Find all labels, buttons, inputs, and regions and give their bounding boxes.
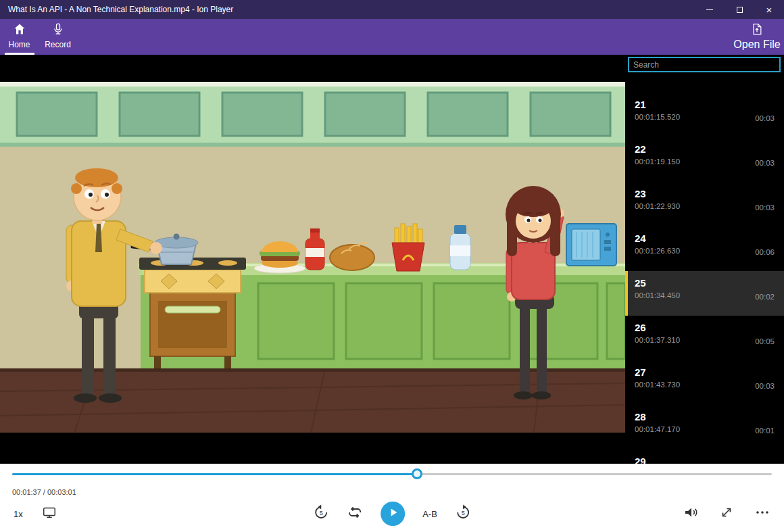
list-item[interactable]: 22 00:01:19.150 00:03 <box>625 137 784 182</box>
more-icon <box>754 504 770 523</box>
window-title: What Is An API - A Non Technical Explana… <box>0 5 695 14</box>
chapter-number: 26 <box>635 322 775 333</box>
chapter-list: 21 00:01:15.520 00:03 22 00:01:19.150 00… <box>625 93 784 464</box>
seek-fill <box>12 473 417 475</box>
time-display: 00:01:37 / 00:03:01 <box>12 488 76 496</box>
microwave <box>566 224 616 266</box>
skip-back-5-icon: 5 <box>313 504 329 523</box>
play-icon <box>386 506 399 522</box>
maximize-icon <box>737 7 743 13</box>
chapter-duration: 00:03 <box>755 382 775 390</box>
tab-home[interactable]: Home <box>0 19 39 55</box>
chapter-number: 25 <box>635 277 775 289</box>
chapter-duration: 00:03 <box>755 114 775 122</box>
chapter-time: 00:01:26.630 <box>635 247 775 255</box>
home-icon <box>13 22 26 39</box>
fullscreen-icon <box>719 505 734 523</box>
titlebar[interactable]: What Is An API - A Non Technical Explana… <box>0 0 784 19</box>
skip-forward-button[interactable]: 5 <box>455 504 471 523</box>
ribbon-spacer <box>77 19 730 55</box>
svg-text:5: 5 <box>461 510 464 516</box>
stove <box>139 258 246 368</box>
minimize-button[interactable] <box>695 0 725 19</box>
play-button[interactable] <box>381 502 405 526</box>
playback-speed-button[interactable]: 1x <box>14 509 23 519</box>
chapter-number: 24 <box>635 233 775 244</box>
left-controls: 1x <box>14 499 57 529</box>
minimize-icon <box>706 9 713 10</box>
chapter-number: 22 <box>635 143 775 155</box>
list-item[interactable]: 29 <box>625 450 784 464</box>
right-controls <box>683 499 770 529</box>
main-area: 21 00:01:15.520 00:03 22 00:01:19.150 00… <box>0 55 784 464</box>
tab-home-label: Home <box>8 40 30 49</box>
repeat-icon <box>347 504 363 523</box>
tab-record-label: Record <box>45 40 71 49</box>
list-item-selected[interactable]: 25 00:01:34.450 00:02 <box>625 271 784 316</box>
open-file-icon <box>750 22 764 39</box>
app-window: What Is An API - A Non Technical Explana… <box>0 0 784 532</box>
chapter-duration: 00:01 <box>755 427 775 435</box>
search-input[interactable] <box>628 57 781 72</box>
player-controls: 00:01:37 / 00:03:01 1x <box>0 464 784 532</box>
chapter-duration: 00:03 <box>755 159 775 167</box>
chapter-number: 28 <box>635 411 775 422</box>
list-item[interactable]: 28 00:01:47.170 00:01 <box>625 405 784 450</box>
window-controls: × <box>695 0 784 19</box>
chapter-number: 23 <box>635 188 775 199</box>
chapter-time: 00:01:43.730 <box>635 381 775 389</box>
list-item[interactable]: 26 00:01:37.310 00:05 <box>625 316 784 360</box>
ribbon: Home Record Ope <box>0 19 784 55</box>
chapter-time: 00:01:15.520 <box>635 113 775 121</box>
fullscreen-button[interactable] <box>719 505 734 523</box>
repeat-button[interactable] <box>347 504 363 523</box>
chapter-time: 00:01:37.310 <box>635 336 775 344</box>
chapter-duration: 00:05 <box>755 337 775 345</box>
chapter-duration: 00:02 <box>755 293 775 301</box>
chapter-time: 00:01:19.150 <box>635 158 775 166</box>
bread-loaf <box>330 245 374 270</box>
list-item[interactable]: 27 00:01:43.730 00:03 <box>625 360 784 405</box>
video-surface[interactable] <box>0 55 625 464</box>
volume-icon <box>683 504 699 523</box>
upper-cabinets <box>0 82 625 147</box>
list-item[interactable]: 24 00:01:26.630 00:06 <box>625 226 784 271</box>
chapter-number: 21 <box>635 99 775 110</box>
seek-handle[interactable] <box>412 468 422 479</box>
center-controls: 5 <box>313 499 471 529</box>
chapter-sidebar: 21 00:01:15.520 00:03 22 00:01:19.150 00… <box>625 55 784 464</box>
skip-back-button[interactable]: 5 <box>313 504 329 523</box>
control-row: 1x <box>0 499 784 529</box>
chapter-duration: 00:03 <box>755 203 775 212</box>
tab-record[interactable]: Record <box>39 19 77 55</box>
skip-forward-5-icon: 5 <box>455 504 471 523</box>
subtitles-icon <box>42 505 57 523</box>
ab-loop-button[interactable]: A-B <box>422 509 437 519</box>
open-file-button[interactable]: Open File <box>730 19 784 55</box>
open-file-label: Open File <box>733 39 780 51</box>
fries-box <box>392 224 424 271</box>
record-icon <box>51 22 65 39</box>
close-button[interactable]: × <box>754 0 784 19</box>
volume-button[interactable] <box>683 504 699 523</box>
close-icon: × <box>766 5 773 15</box>
chapter-number: 27 <box>635 366 775 378</box>
subtitles-button[interactable] <box>42 505 57 523</box>
chapter-number: 29 <box>635 456 775 464</box>
chapter-time: 00:01:47.170 <box>635 425 775 433</box>
video-frame-cartoon-kitchen <box>0 82 625 433</box>
chapter-duration: 00:06 <box>755 248 775 256</box>
list-item[interactable]: 21 00:01:15.520 00:03 <box>625 93 784 137</box>
seek-bar[interactable] <box>12 473 772 475</box>
maximize-button[interactable] <box>725 0 754 19</box>
list-item[interactable]: 23 00:01:22.930 00:03 <box>625 182 784 226</box>
chapter-time: 00:01:22.930 <box>635 202 775 210</box>
svg-text:5: 5 <box>320 510 323 516</box>
more-options-button[interactable] <box>754 504 770 523</box>
chapter-time: 00:01:34.450 <box>635 291 775 299</box>
